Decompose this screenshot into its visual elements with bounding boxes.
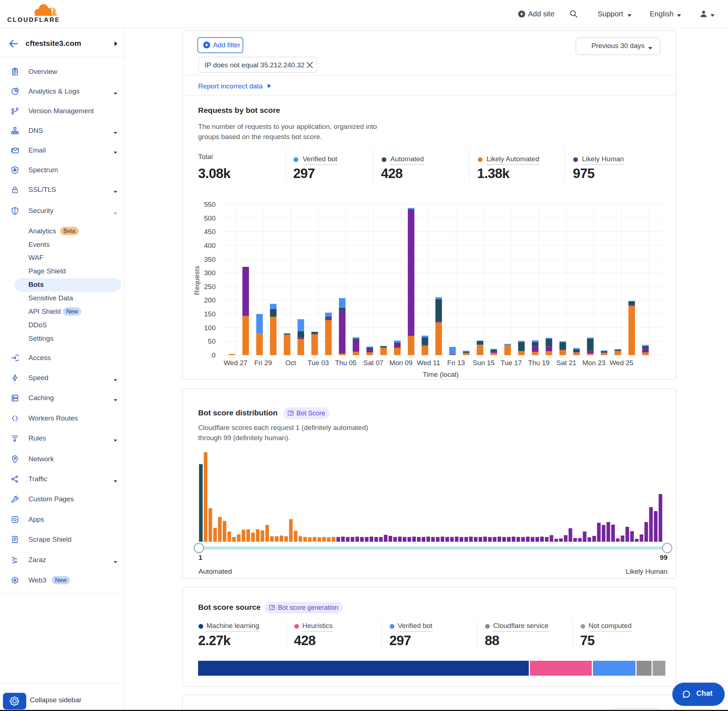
svg-text:550: 550 — [204, 201, 216, 208]
svg-text:Wed 25: Wed 25 — [610, 359, 633, 367]
svg-text:300: 300 — [204, 269, 216, 277]
svg-text:Time (local): Time (local) — [423, 370, 459, 378]
svg-text:Wed 27: Wed 27 — [224, 359, 247, 367]
svg-text:Fri 29: Fri 29 — [254, 359, 272, 367]
svg-text:Sun 15: Sun 15 — [473, 359, 495, 367]
svg-text:Oct: Oct — [285, 359, 296, 367]
svg-text:350: 350 — [204, 255, 216, 263]
svg-text:Mon 23: Mon 23 — [582, 359, 605, 367]
svg-text:Requests: Requests — [193, 266, 201, 295]
svg-text:Thu 19: Thu 19 — [528, 359, 549, 367]
svg-text:Wed 11: Wed 11 — [417, 359, 440, 367]
svg-text:50: 50 — [208, 338, 216, 345]
svg-text:500: 500 — [204, 214, 216, 222]
svg-text:250: 250 — [204, 283, 216, 291]
svg-text:Tue 17: Tue 17 — [501, 359, 522, 367]
svg-text:Sat 21: Sat 21 — [557, 359, 576, 367]
svg-text:450: 450 — [204, 228, 216, 236]
svg-text:200: 200 — [204, 296, 216, 304]
svg-text:Fri 13: Fri 13 — [447, 359, 465, 367]
svg-text:150: 150 — [204, 310, 216, 318]
svg-text:Tue 03: Tue 03 — [308, 359, 329, 367]
svg-text:400: 400 — [204, 242, 216, 249]
svg-text:Mon 09: Mon 09 — [389, 359, 412, 367]
svg-text:0: 0 — [211, 351, 216, 359]
svg-text:Sat 07: Sat 07 — [363, 359, 384, 367]
svg-text:Thu 05: Thu 05 — [335, 359, 357, 367]
svg-text:100: 100 — [204, 324, 216, 332]
